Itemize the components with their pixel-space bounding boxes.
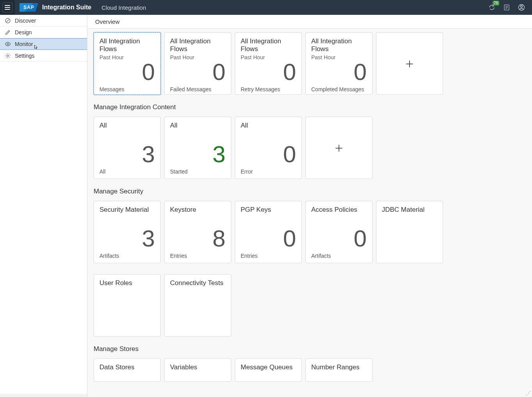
- tile-footer: Retry Messages: [241, 86, 296, 92]
- tile-data-stores[interactable]: Data Stores: [94, 358, 161, 382]
- tile-user-roles[interactable]: User Roles 0 _: [94, 274, 161, 337]
- sidebar-item-label: Discover: [15, 18, 36, 24]
- breadcrumb: Overview: [87, 15, 532, 28]
- svg-point-9: [7, 55, 9, 57]
- app-header: SAP Integration Suite Cloud Integration …: [0, 0, 532, 15]
- tile-content-all[interactable]: All 3 All: [94, 117, 161, 179]
- tile-value: 3: [99, 227, 155, 250]
- tile-value: 3: [170, 143, 225, 166]
- section-title-integration-content: Manage Integration Content: [87, 95, 532, 115]
- overview-label: Overview: [95, 18, 120, 25]
- tile-row-integration-content: All 3 All All 3 Started All 0 Error: [87, 117, 532, 179]
- tile-variables[interactable]: Variables: [164, 358, 231, 382]
- tile-title: All Integration Flows: [241, 37, 296, 53]
- sidebar-item-settings[interactable]: Settings: [0, 50, 87, 62]
- user-icon: [518, 4, 525, 11]
- tile-title: All: [241, 122, 296, 129]
- sidebar: Discover Design Monitor Settings: [0, 15, 87, 397]
- notification-badge: 76: [493, 1, 499, 5]
- tile-title: All Integration Flows: [170, 37, 225, 53]
- tile-title: All: [99, 122, 155, 129]
- tile-footer: Failed Messages: [170, 86, 225, 92]
- suite-title: Integration Suite: [42, 4, 91, 11]
- tile-message-queues[interactable]: Message Queues: [235, 358, 302, 382]
- tile-title: All Integration Flows: [99, 37, 155, 53]
- tile-all-flows-messages[interactable]: All Integration Flows Past Hour 0 Messag…: [94, 32, 161, 95]
- tile-title: User Roles: [99, 279, 155, 287]
- sidebar-scrollbar[interactable]: [0, 394, 87, 397]
- section-title-security: Manage Security: [87, 179, 532, 199]
- tile-jdbc-material[interactable]: JDBC Material 0 _: [376, 201, 443, 263]
- compass-icon: [4, 18, 12, 24]
- tile-keystore[interactable]: Keystore 8 Entries: [164, 201, 231, 263]
- tile-title: Connectivity Tests: [170, 279, 225, 287]
- tile-add-message-processing[interactable]: [376, 32, 443, 95]
- tile-number-ranges[interactable]: Number Ranges: [305, 358, 372, 382]
- sidebar-item-discover[interactable]: Discover: [0, 15, 87, 27]
- notes-button[interactable]: [501, 2, 512, 13]
- note-icon: [503, 4, 510, 11]
- tile-footer: Completed Messages: [311, 86, 367, 92]
- tile-content-error[interactable]: All 0 Error: [235, 117, 302, 179]
- app-title: Cloud Integration: [101, 4, 146, 11]
- tile-row-message-processing: All Integration Flows Past Hour 0 Messag…: [87, 32, 532, 95]
- tile-content-started[interactable]: All 3 Started: [164, 117, 231, 179]
- eye-icon: [4, 41, 12, 47]
- tile-title: Access Policies: [311, 206, 367, 214]
- tile-access-policies[interactable]: Access Policies 0 Artifacts: [305, 201, 372, 263]
- tile-value: 0: [311, 60, 367, 84]
- pencil-icon: [4, 29, 12, 35]
- tile-value: 0: [311, 227, 367, 250]
- tile-title: Data Stores: [99, 363, 155, 371]
- svg-line-7: [7, 19, 9, 22]
- hamburger-wrap: [0, 0, 15, 15]
- tile-connectivity-tests[interactable]: Connectivity Tests 0 _: [164, 274, 231, 337]
- section-title-stores: Manage Stores: [87, 337, 532, 357]
- user-button[interactable]: [516, 2, 527, 13]
- content-area: Overview All Integration Flows Past Hour…: [87, 15, 532, 397]
- sidebar-item-monitor[interactable]: Monitor: [0, 38, 87, 50]
- tile-value: 0: [241, 143, 296, 166]
- plus-icon: [334, 143, 344, 153]
- tile-all-flows-retry[interactable]: All Integration Flows Past Hour 0 Retry …: [235, 32, 302, 95]
- plus-icon: [404, 59, 415, 69]
- tile-value: 0: [241, 60, 296, 84]
- tile-value: 0: [170, 60, 225, 84]
- tile-footer: All: [99, 168, 155, 175]
- tile-add-integration-content[interactable]: [305, 117, 372, 179]
- tile-value: 0: [241, 227, 296, 250]
- resize-grip-icon: ⋰: [526, 390, 531, 396]
- sap-logo: SAP: [20, 3, 38, 12]
- tile-value: 3: [99, 143, 155, 166]
- svg-point-8: [7, 43, 9, 45]
- tile-pgp-keys[interactable]: PGP Keys 0 Entries: [235, 201, 302, 263]
- tile-all-flows-completed[interactable]: All Integration Flows Past Hour 0 Comple…: [305, 32, 372, 95]
- tile-row-security-1: Security Material 3 Artifacts Keystore 8…: [87, 201, 532, 263]
- tile-title: JDBC Material: [382, 206, 437, 214]
- tile-footer: Error: [241, 168, 296, 175]
- tile-row-stores: Data Stores Variables Message Queues Num…: [87, 358, 532, 382]
- notifications-button[interactable]: 76: [486, 2, 498, 13]
- sidebar-item-label: Design: [15, 29, 32, 35]
- menu-toggle-button[interactable]: [2, 2, 12, 12]
- tile-title: Keystore: [170, 206, 225, 214]
- tile-title: Security Material: [99, 206, 155, 214]
- tile-footer: Entries: [241, 253, 296, 259]
- tile-title: All: [170, 122, 225, 129]
- tile-footer: Started: [170, 168, 225, 175]
- tile-title: Variables: [170, 363, 225, 371]
- sidebar-item-label: Settings: [15, 53, 35, 59]
- tile-title: Number Ranges: [311, 363, 367, 371]
- tile-footer: Artifacts: [99, 253, 155, 259]
- tile-value: 8: [170, 227, 225, 250]
- tile-footer: Artifacts: [311, 253, 367, 259]
- tile-title: PGP Keys: [241, 206, 296, 214]
- sidebar-item-design[interactable]: Design: [0, 27, 87, 38]
- tile-title: Message Queues: [241, 363, 296, 371]
- hamburger-icon: [5, 5, 10, 10]
- svg-point-5: [521, 5, 523, 7]
- tile-security-material[interactable]: Security Material 3 Artifacts: [94, 201, 161, 263]
- tile-all-flows-failed[interactable]: All Integration Flows Past Hour 0 Failed…: [164, 32, 231, 95]
- tile-row-security-2: User Roles 0 _ Connectivity Tests 0 _: [87, 274, 532, 337]
- tile-footer: Messages: [99, 86, 155, 92]
